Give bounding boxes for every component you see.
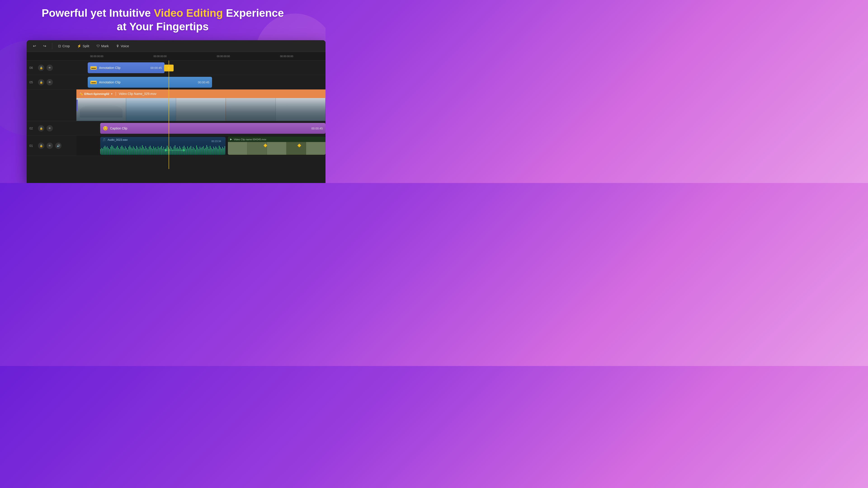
svg-rect-25 <box>128 147 129 155</box>
track-audio-01[interactable]: 🔊 <box>55 142 61 149</box>
svg-rect-46 <box>152 149 153 155</box>
clip-icon-05: ▬▬ <box>90 80 97 84</box>
svg-rect-77 <box>184 146 184 155</box>
svg-rect-37 <box>142 145 143 155</box>
svg-rect-111 <box>222 147 223 155</box>
svg-rect-10 <box>112 145 112 155</box>
keyframe-diamond-1 <box>264 143 268 147</box>
svg-rect-21 <box>124 149 125 155</box>
svg-rect-108 <box>219 146 219 155</box>
video-clip-bar: ✏️ Effect-Spinning02 ▼ Video Clip Name_0… <box>76 90 326 98</box>
svg-rect-11 <box>113 147 113 155</box>
video-clip-name-text: Video Clip Name_029.mov <box>116 92 156 96</box>
svg-rect-109 <box>220 147 221 155</box>
video-main-track: ✏️ Effect-Spinning02 ▼ Video Clip Name_0… <box>27 90 326 121</box>
svg-rect-74 <box>180 148 181 155</box>
svg-rect-44 <box>150 146 151 155</box>
svg-rect-7 <box>108 148 109 155</box>
svg-rect-103 <box>213 147 214 155</box>
voice-label: Voice <box>121 44 129 48</box>
svg-rect-53 <box>157 149 157 155</box>
svg-rect-43 <box>149 147 149 155</box>
svg-rect-58 <box>162 149 163 155</box>
audio-clip[interactable]: 🎵 Audio_0023.wav 00:23:34 <box>100 137 225 155</box>
svg-rect-93 <box>202 147 203 155</box>
track-num-01: 01 <box>29 144 36 148</box>
video-track-left-edge[interactable] <box>76 100 78 111</box>
video-secondary-label: Video Clip name 004345.mov <box>234 138 266 141</box>
caption-clip-text: Caption Clip <box>110 127 309 130</box>
video-thumb-3 <box>176 98 226 121</box>
svg-rect-110 <box>221 149 222 155</box>
svg-rect-84 <box>192 149 192 155</box>
audio-duration-text: 00:23:34 <box>211 140 221 142</box>
svg-rect-113 <box>224 146 225 155</box>
video-clip-secondary[interactable]: ▶ Video Clip name 004345.mov <box>228 136 326 155</box>
svg-rect-20 <box>123 147 123 155</box>
svg-rect-18 <box>121 147 121 155</box>
svg-rect-41 <box>147 148 147 155</box>
track-lock-02[interactable]: 🔒 <box>38 125 44 131</box>
track-lock-06[interactable]: 🔒 <box>38 65 44 71</box>
svg-rect-95 <box>204 149 205 155</box>
track-lock-01[interactable]: 🔒 <box>38 142 44 149</box>
redo-button[interactable] <box>40 42 49 50</box>
audio-waveform <box>100 144 225 155</box>
annotation-clip-06[interactable]: ▬▬ Annotation Clip 00:00:45 <box>88 62 164 73</box>
voice-icon: 🎙 <box>116 44 119 48</box>
split-button[interactable]: ⚡ Split <box>74 43 92 50</box>
svg-rect-28 <box>132 149 132 155</box>
svg-rect-76 <box>183 147 183 155</box>
svg-rect-79 <box>186 149 187 155</box>
clip-duration-06: 00:00:45 <box>150 66 162 70</box>
svg-rect-65 <box>170 147 171 155</box>
svg-rect-4 <box>105 146 105 155</box>
hero-section: Powerful yet Intuitive Video Editing Exp… <box>0 0 326 38</box>
annotation-clip-05[interactable]: ▬▬ Annotation Clip 00:00:45 <box>88 77 212 88</box>
caption-clip[interactable]: 😊 Caption Clip 00:00:45 <box>100 123 326 134</box>
track-header-05: 05 🔒 👁 <box>27 75 76 89</box>
svg-rect-101 <box>211 148 212 155</box>
svg-rect-9 <box>110 147 111 155</box>
svg-rect-86 <box>194 148 195 155</box>
svg-rect-73 <box>179 146 180 155</box>
clip-text-05: Annotation Clip <box>99 80 195 84</box>
clip-duration-05: 00:00:45 <box>198 80 209 84</box>
split-label: Split <box>83 44 89 48</box>
video-secondary-icon: ▶ <box>230 138 232 141</box>
undo-button[interactable] <box>30 42 39 50</box>
sec-thumb-1 <box>228 142 247 155</box>
svg-rect-8 <box>109 149 110 155</box>
effect-name-text: Effect-Spinning02 <box>84 92 110 96</box>
track-row-02: 02 🔒 👁 😊 Caption Clip 00:00:45 <box>27 121 326 135</box>
clip-icon-06: ▬▬ <box>90 66 97 70</box>
video-thumb-4 <box>226 98 276 121</box>
undo-icon <box>33 44 36 48</box>
track-visibility-02[interactable]: 👁 <box>46 125 53 131</box>
svg-rect-15 <box>117 146 118 155</box>
svg-rect-54 <box>158 147 158 155</box>
svg-rect-13 <box>115 149 116 155</box>
video-thumbnails <box>76 98 326 121</box>
track-visibility-06[interactable]: 👁 <box>46 65 53 71</box>
track-num-02: 02 <box>29 127 36 130</box>
track-visibility-05[interactable]: 👁 <box>46 79 53 86</box>
audio-label-text: Audio_0023.wav <box>107 138 128 141</box>
track-content-01: 🎵 Audio_0023.wav 00:23:34 <box>76 135 326 156</box>
voice-button[interactable]: 🎙 Voice <box>113 43 132 49</box>
track-visibility-01[interactable]: 👁 <box>46 142 53 149</box>
svg-rect-85 <box>193 147 193 155</box>
editor-window: ⊡ Crop ⚡ Split 🛡 Mark 🎙 Voice 00:00:00:0… <box>27 40 326 183</box>
mark-button[interactable]: 🛡 Mark <box>94 43 112 49</box>
track-header-06: 06 🔒 👁 <box>27 61 76 75</box>
video-track-content[interactable]: ✏️ Effect-Spinning02 ▼ Video Clip Name_0… <box>76 90 326 121</box>
track-content-06: ▬▬ Annotation Clip 00:00:45 <box>76 61 326 75</box>
svg-rect-33 <box>137 148 138 155</box>
svg-rect-6 <box>107 147 107 155</box>
crop-icon: ⊡ <box>58 44 61 48</box>
hero-text-line2: at Your Fingertips <box>117 21 209 33</box>
track-header-02: 02 🔒 👁 <box>27 121 76 135</box>
crop-button[interactable]: ⊡ Crop <box>55 43 72 50</box>
svg-rect-82 <box>189 147 190 155</box>
track-lock-05[interactable]: 🔒 <box>38 79 44 86</box>
